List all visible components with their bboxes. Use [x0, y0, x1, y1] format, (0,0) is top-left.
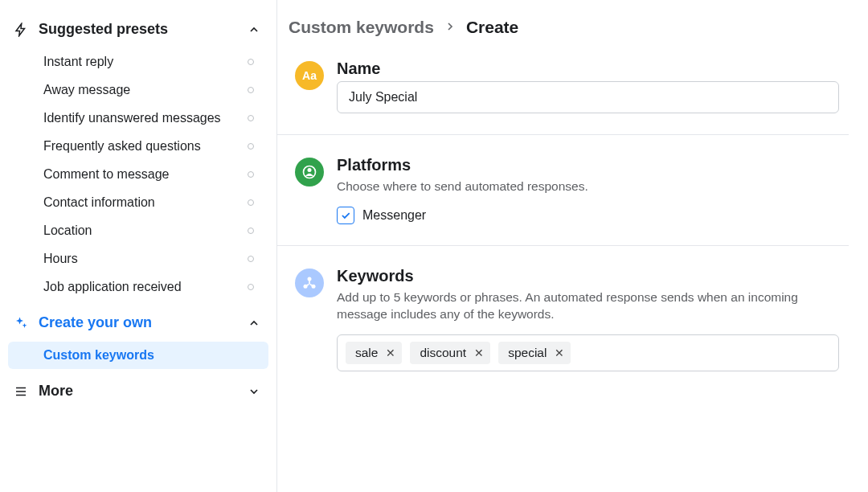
- status-dot-icon: [248, 256, 254, 262]
- breadcrumb-current: Create: [466, 18, 518, 37]
- create-your-own-header[interactable]: Create your own: [0, 308, 276, 338]
- keyword-tag[interactable]: discount ✕: [410, 342, 490, 364]
- more-header[interactable]: More: [0, 376, 276, 406]
- preset-location[interactable]: Location: [8, 217, 268, 244]
- preset-away-message[interactable]: Away message: [8, 76, 268, 104]
- preset-label: Identify unanswered messages: [43, 111, 221, 125]
- preset-job-application[interactable]: Job application received: [8, 273, 268, 301]
- preset-identify-unanswered[interactable]: Identify unanswered messages: [8, 105, 268, 132]
- status-dot-icon: [248, 284, 254, 290]
- create-your-own-list: Custom keywords: [0, 338, 276, 376]
- status-dot-icon: [248, 143, 254, 150]
- sidebar: Suggested presets Instant reply Away mes…: [0, 0, 277, 492]
- tag-label: special: [508, 346, 547, 360]
- tag-label: sale: [355, 346, 378, 360]
- preset-instant-reply[interactable]: Instant reply: [8, 48, 268, 76]
- breadcrumb-parent[interactable]: Custom keywords: [289, 18, 434, 37]
- create-your-own-title: Create your own: [39, 314, 152, 331]
- menu-icon: [13, 383, 29, 400]
- name-badge-icon: Aa: [295, 61, 324, 90]
- preset-hours[interactable]: Hours: [8, 245, 268, 273]
- keywords-title: Keywords: [337, 267, 839, 285]
- chevron-down-icon: [248, 385, 260, 398]
- remove-tag-icon[interactable]: ✕: [555, 346, 564, 359]
- platforms-title: Platforms: [337, 156, 839, 174]
- main-content: Custom keywords Create Aa Name Platforms…: [277, 0, 868, 492]
- remove-tag-icon[interactable]: ✕: [386, 346, 395, 359]
- tag-label: discount: [420, 346, 466, 360]
- suggested-presets-list: Instant reply Away message Identify unan…: [0, 44, 276, 308]
- preset-label: Job application received: [43, 280, 182, 294]
- preset-label: Hours: [43, 252, 78, 266]
- more-title: More: [39, 383, 73, 400]
- keyword-tag[interactable]: special ✕: [498, 342, 571, 364]
- lightning-icon: [13, 22, 29, 38]
- preset-label: Location: [43, 223, 92, 238]
- checkbox-checked-icon: [337, 207, 354, 224]
- svg-point-1: [308, 168, 312, 172]
- chevron-up-icon: [248, 317, 260, 330]
- name-title: Name: [337, 59, 839, 78]
- preset-label: Instant reply: [43, 55, 113, 69]
- status-dot-icon: [248, 87, 254, 93]
- platforms-subtitle: Choose where to send automated responses…: [337, 178, 839, 195]
- name-input[interactable]: [337, 81, 839, 113]
- name-panel: Aa Name: [277, 59, 849, 135]
- sidebar-item-label: Custom keywords: [43, 348, 154, 363]
- status-dot-icon: [248, 199, 254, 206]
- preset-label: Comment to message: [43, 167, 170, 182]
- custom-keywords-item[interactable]: Custom keywords: [8, 342, 268, 369]
- preset-label: Contact information: [43, 195, 155, 210]
- platform-messenger-checkbox[interactable]: Messenger: [337, 207, 839, 224]
- keywords-subtitle: Add up to 5 keywords or phrases. An auto…: [337, 289, 839, 323]
- sparkle-icon: [13, 315, 29, 331]
- preset-contact-info[interactable]: Contact information: [8, 189, 268, 216]
- preset-comment-to-message[interactable]: Comment to message: [8, 161, 268, 188]
- preset-label: Frequently asked questions: [43, 139, 201, 154]
- keywords-badge-icon: [295, 269, 324, 297]
- status-dot-icon: [248, 228, 254, 234]
- remove-tag-icon[interactable]: ✕: [474, 346, 484, 359]
- platforms-badge-icon: [295, 158, 324, 187]
- status-dot-icon: [248, 171, 254, 178]
- keywords-input[interactable]: sale ✕ discount ✕ special ✕: [337, 334, 839, 371]
- chevron-up-icon: [248, 23, 260, 36]
- keywords-panel: Keywords Add up to 5 keywords or phrases…: [277, 267, 849, 392]
- status-dot-icon: [248, 59, 254, 65]
- platform-label: Messenger: [362, 208, 426, 223]
- suggested-presets-header[interactable]: Suggested presets: [0, 14, 276, 44]
- suggested-presets-title: Suggested presets: [39, 21, 168, 38]
- breadcrumb: Custom keywords Create: [277, 18, 849, 59]
- chevron-right-icon: [444, 18, 457, 37]
- status-dot-icon: [248, 115, 254, 121]
- keyword-tag[interactable]: sale ✕: [346, 342, 402, 364]
- platforms-panel: Platforms Choose where to send automated…: [277, 156, 849, 246]
- preset-faq[interactable]: Frequently asked questions: [8, 133, 268, 160]
- preset-label: Away message: [43, 83, 130, 97]
